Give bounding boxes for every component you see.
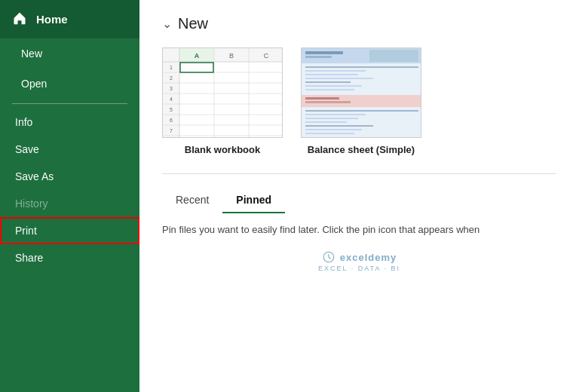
sidebar-item-save-as[interactable]: Save As <box>0 163 139 190</box>
home-label: Home <box>36 13 68 26</box>
sidebar-item-open[interactable]: Open <box>0 69 139 99</box>
svg-text:4: 4 <box>170 96 173 102</box>
svg-text:6: 6 <box>170 118 173 123</box>
svg-rect-31 <box>305 56 332 58</box>
watermark-sub: EXCEL · DATA · BI <box>318 265 400 272</box>
section-title: New <box>178 15 208 32</box>
svg-rect-32 <box>305 66 418 68</box>
svg-text:5: 5 <box>170 107 173 112</box>
template-blank-workbook[interactable]: A B C 1 2 3 4 5 6 7 <box>162 47 283 155</box>
tabs-row: Recent Pinned <box>162 189 556 213</box>
sidebar-item-print[interactable]: Print <box>0 217 139 244</box>
blank-workbook-thumbnail: A B C 1 2 3 4 5 6 7 <box>162 47 283 138</box>
svg-rect-33 <box>305 70 366 72</box>
watermark-logo: exceldemy <box>322 250 397 264</box>
watermark-icon <box>322 250 335 264</box>
svg-rect-40 <box>305 97 339 100</box>
svg-rect-30 <box>305 51 343 54</box>
new-label: New <box>21 47 42 60</box>
blank-workbook-label: Blank workbook <box>185 144 260 155</box>
svg-rect-42 <box>305 110 418 112</box>
balance-sheet-label: Balance sheet (Simple) <box>308 144 415 155</box>
collapse-icon[interactable]: ⌄ <box>162 17 172 31</box>
pinned-hint: Pin files you want to easily find later.… <box>162 224 556 235</box>
svg-rect-47 <box>305 129 362 130</box>
svg-text:B: B <box>229 52 234 60</box>
svg-rect-37 <box>305 85 362 87</box>
sidebar-divider <box>12 103 127 104</box>
sidebar-item-home[interactable]: Home <box>0 0 139 38</box>
svg-rect-44 <box>305 118 358 119</box>
svg-rect-35 <box>305 78 373 79</box>
svg-rect-45 <box>305 121 347 123</box>
svg-text:C: C <box>264 52 269 60</box>
svg-rect-43 <box>305 114 366 115</box>
sidebar-item-history: History <box>0 190 139 217</box>
svg-rect-48 <box>305 133 354 134</box>
content-divider <box>162 173 556 174</box>
svg-rect-36 <box>305 81 351 83</box>
sidebar: Home New Open Info Save Save As History <box>0 0 139 392</box>
open-label: Open <box>21 78 47 90</box>
sidebar-item-info[interactable]: Info <box>0 109 139 136</box>
svg-text:2: 2 <box>170 75 173 81</box>
svg-rect-38 <box>305 89 354 90</box>
svg-rect-29 <box>369 50 418 62</box>
balance-sheet-thumbnail <box>301 47 421 138</box>
svg-rect-34 <box>305 74 358 75</box>
sidebar-item-save[interactable]: Save <box>0 136 139 163</box>
template-balance-sheet[interactable]: Balance sheet (Simple) <box>301 47 421 155</box>
watermark: exceldemy EXCEL · DATA · BI <box>162 250 556 272</box>
tab-pinned[interactable]: Pinned <box>222 189 285 213</box>
svg-rect-46 <box>305 125 373 127</box>
svg-text:7: 7 <box>170 128 173 133</box>
tab-recent[interactable]: Recent <box>162 189 222 213</box>
home-icon <box>12 11 27 28</box>
svg-rect-41 <box>305 101 351 103</box>
templates-row: A B C 1 2 3 4 5 6 7 <box>162 47 556 155</box>
svg-text:3: 3 <box>170 86 173 91</box>
svg-text:A: A <box>195 52 200 60</box>
sidebar-item-new[interactable]: New <box>0 38 139 69</box>
main-content: ⌄ New A B C 1 <box>139 0 579 392</box>
sidebar-item-share[interactable]: Share <box>0 244 139 271</box>
svg-text:1: 1 <box>170 65 173 70</box>
section-header: ⌄ New <box>162 15 556 32</box>
